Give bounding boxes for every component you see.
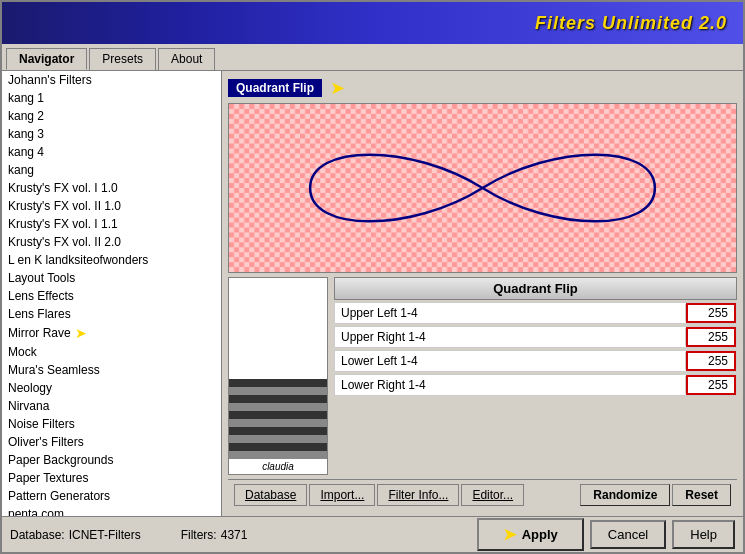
list-item[interactable]: L en K landksiteofwonders <box>2 251 221 269</box>
editor-button[interactable]: Editor... <box>461 484 524 506</box>
reset-button[interactable]: Reset <box>672 484 731 506</box>
stripe <box>229 435 327 443</box>
randomize-button[interactable]: Randomize <box>580 484 670 506</box>
list-item-paper-backgrounds[interactable]: Paper Backgrounds <box>2 451 221 469</box>
list-item[interactable]: Mura's Seamless <box>2 361 221 379</box>
stripe <box>229 379 327 387</box>
stripe <box>229 387 327 395</box>
list-item[interactable]: kang 3 <box>2 125 221 143</box>
list-item[interactable]: kang 1 <box>2 89 221 107</box>
thumbnail-area: claudia <box>228 277 328 475</box>
list-item[interactable]: Mock <box>2 343 221 361</box>
preview-area <box>228 103 737 273</box>
controls-section: claudia Quadrant Flip Upper Left 1-4 255… <box>228 277 737 475</box>
thumbnail-label: claudia <box>260 459 296 474</box>
list-item-label: Mirror Rave <box>8 326 71 340</box>
apply-label: Apply <box>522 527 558 542</box>
param-value-3[interactable]: 255 <box>686 375 736 395</box>
filter-toolbar: Database Import... Filter Info... Editor… <box>228 479 737 510</box>
list-item[interactable]: Krusty's FX vol. II 1.0 <box>2 197 221 215</box>
apply-arrow-icon: ➤ <box>503 525 516 544</box>
list-item[interactable]: Paper Textures <box>2 469 221 487</box>
filter-arrow-icon: ➤ <box>330 77 345 99</box>
list-item[interactable]: Nirvana <box>2 397 221 415</box>
tab-about[interactable]: About <box>158 48 215 70</box>
cancel-button[interactable]: Cancel <box>590 520 666 549</box>
filters-status: Filters: 4371 <box>181 528 248 542</box>
list-item[interactable]: kang 2 <box>2 107 221 125</box>
list-item[interactable]: Noise Filters <box>2 415 221 433</box>
preview-svg <box>229 104 736 272</box>
filter-name-badge: Quadrant Flip <box>228 79 322 97</box>
list-item[interactable]: kang 4 <box>2 143 221 161</box>
param-value-2[interactable]: 255 <box>686 351 736 371</box>
filters-label: Filters: <box>181 528 217 542</box>
stripe <box>229 403 327 411</box>
stripe <box>229 419 327 427</box>
param-value-1[interactable]: 255 <box>686 327 736 347</box>
filters-value: 4371 <box>221 528 248 542</box>
main-window: Filters Unlimited 2.0 Navigator Presets … <box>0 0 745 554</box>
param-row-1: Upper Right 1-4 255 <box>334 326 737 348</box>
filter-title-bar: Quadrant Flip <box>334 277 737 300</box>
database-label: Database: <box>10 528 65 542</box>
list-item[interactable]: Krusty's FX vol. I 1.0 <box>2 179 221 197</box>
import-button[interactable]: Import... <box>309 484 375 506</box>
list-item[interactable]: kang <box>2 161 221 179</box>
list-item[interactable]: Johann's Filters <box>2 71 221 89</box>
app-title: Filters Unlimited 2.0 <box>535 13 727 34</box>
tab-presets[interactable]: Presets <box>89 48 156 70</box>
stripe <box>229 443 327 451</box>
list-item[interactable]: penta.com <box>2 505 221 516</box>
param-label-3: Lower Right 1-4 <box>335 376 686 394</box>
apply-area: ➤ Apply Cancel Help <box>287 518 735 551</box>
params-area: Quadrant Flip Upper Left 1-4 255 Upper R… <box>334 277 737 475</box>
list-item[interactable]: Lens Flares <box>2 305 221 323</box>
param-row-0: Upper Left 1-4 255 <box>334 302 737 324</box>
tabs-row: Navigator Presets About <box>2 44 743 71</box>
stripe <box>229 411 327 419</box>
list-item[interactable]: Krusty's FX vol. I 1.1 <box>2 215 221 233</box>
status-bar: Database: ICNET-Filters Filters: 4371 ➤ … <box>2 516 743 552</box>
title-bar: Filters Unlimited 2.0 <box>2 2 743 44</box>
list-item[interactable]: Oliver's Filters <box>2 433 221 451</box>
tab-navigator[interactable]: Navigator <box>6 48 87 70</box>
param-row-2: Lower Left 1-4 255 <box>334 350 737 372</box>
param-label-2: Lower Left 1-4 <box>335 352 686 370</box>
thumbnail-stripes <box>229 278 327 459</box>
filter-name-row: Quadrant Flip ➤ <box>228 77 737 99</box>
database-status: Database: ICNET-Filters <box>10 528 141 542</box>
database-value: ICNET-Filters <box>69 528 141 542</box>
arrow-icon: ➤ <box>75 325 87 341</box>
stripe <box>229 427 327 435</box>
param-value-0[interactable]: 255 <box>686 303 736 323</box>
main-content: Johann's Filters kang 1 kang 2 kang 3 ka… <box>2 71 743 516</box>
database-button[interactable]: Database <box>234 484 307 506</box>
left-panel: Johann's Filters kang 1 kang 2 kang 3 ka… <box>2 71 222 516</box>
stripe <box>229 451 327 459</box>
help-button[interactable]: Help <box>672 520 735 549</box>
param-label-1: Upper Right 1-4 <box>335 328 686 346</box>
list-item-mirror-rave[interactable]: Mirror Rave ➤ <box>2 323 221 343</box>
param-row-3: Lower Right 1-4 255 <box>334 374 737 396</box>
apply-button[interactable]: ➤ Apply <box>477 518 584 551</box>
list-item[interactable]: Pattern Generators <box>2 487 221 505</box>
filter-list[interactable]: Johann's Filters kang 1 kang 2 kang 3 ka… <box>2 71 221 516</box>
list-item[interactable]: Neology <box>2 379 221 397</box>
filter-info-button[interactable]: Filter Info... <box>377 484 459 506</box>
param-label-0: Upper Left 1-4 <box>335 304 686 322</box>
list-item[interactable]: Lens Effects <box>2 287 221 305</box>
stripe <box>229 395 327 403</box>
right-panel: Quadrant Flip ➤ <box>222 71 743 516</box>
list-item[interactable]: Krusty's FX vol. II 2.0 <box>2 233 221 251</box>
list-item-layout-tools[interactable]: Layout Tools <box>2 269 221 287</box>
